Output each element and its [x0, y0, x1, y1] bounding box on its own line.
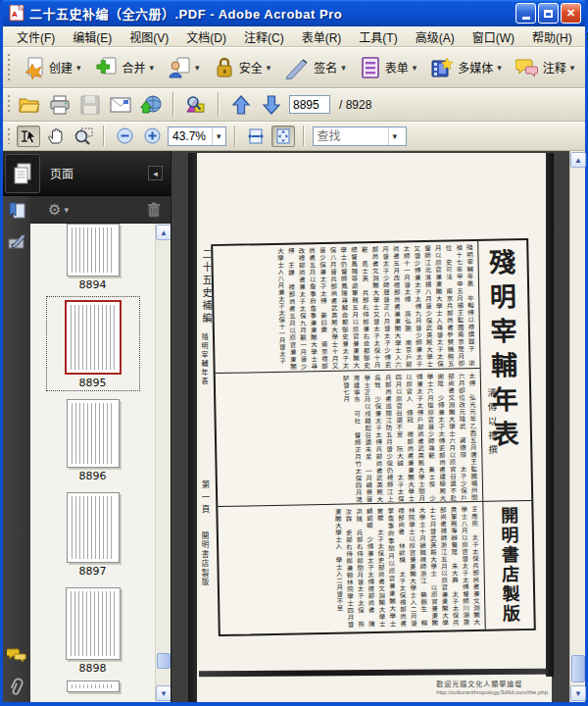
thumbnail-label: 8896	[79, 470, 107, 482]
thumbnail-label: 8898	[79, 662, 107, 675]
hand-tool-button[interactable]	[44, 126, 68, 147]
menu-window[interactable]: 窗口(W)	[465, 26, 522, 47]
select-tool-icon	[20, 127, 37, 145]
watermark-line1: 歡迎光臨文化人類學論壇	[436, 681, 548, 689]
zoom-level-input[interactable]	[169, 128, 212, 144]
select-tool-button[interactable]	[17, 126, 40, 147]
publisher-column: 開明書店製版	[482, 500, 534, 630]
create-caret-icon: ▾	[76, 63, 81, 73]
pages-panel-title: 页面	[50, 165, 148, 181]
comments-tab[interactable]	[7, 647, 26, 663]
close-button[interactable]: ✕	[561, 3, 581, 24]
menu-advanced[interactable]: 高级(A)	[408, 26, 463, 47]
menu-tools[interactable]: 工具(T)	[351, 26, 405, 47]
secure-button[interactable]: 安全 ▾	[209, 53, 276, 82]
sign-caret-icon: ▾	[341, 63, 346, 73]
thumbnail-options-row: ⚙ ▾	[30, 196, 171, 224]
marquee-zoom-button[interactable]	[72, 126, 95, 147]
toolbar-grip[interactable]	[7, 53, 12, 81]
open-folder-icon	[19, 96, 40, 114]
save-icon	[80, 95, 100, 115]
menu-comments[interactable]: 注释(C)	[236, 26, 292, 47]
acrobat-app-icon: A	[9, 5, 25, 22]
bookmarks-tab[interactable]	[8, 202, 25, 220]
find-caret-icon[interactable]: ▾	[388, 127, 402, 145]
thumbnail-image	[67, 492, 120, 563]
thumbnail-8896[interactable]: 8896	[67, 399, 120, 482]
table-band-3: 王應熊 太子太保兵部尚書兼文淵閣大學士八月以原官晉太子太傅督師川湖雲貴軍務專辦蜀…	[221, 506, 480, 630]
navigation-panel: 页面 ◂	[3, 151, 172, 702]
save-button[interactable]	[77, 92, 103, 118]
thumbnail-8895[interactable]: 8895	[46, 296, 140, 391]
next-page-button[interactable]	[259, 92, 284, 118]
sign-button[interactable]: 签名 ▾	[279, 53, 351, 82]
signatures-tab[interactable]	[7, 233, 26, 249]
scroll-down-button[interactable]: ▼	[156, 685, 171, 701]
fit-page-button[interactable]	[271, 126, 295, 147]
open-button[interactable]	[17, 92, 42, 118]
multimedia-button[interactable]: 多媒体 ▾	[425, 53, 507, 82]
scroll-thumb[interactable]	[571, 655, 585, 682]
combine-button[interactable]: 合并 ▾	[90, 53, 160, 82]
previous-page-button[interactable]	[228, 92, 254, 118]
scroll-thumb[interactable]	[157, 653, 171, 669]
zoom-out-button[interactable]	[113, 126, 136, 147]
email-button[interactable]	[108, 92, 133, 118]
thumbnail-partial[interactable]	[67, 681, 120, 692]
toolbar-grip[interactable]	[7, 94, 12, 115]
menu-view[interactable]: 视图(V)	[122, 26, 176, 47]
document-page: 二十五史補編 殘明宰輔年表 第一頁 開明書店製版 殘明宰輔年表 夲輯傅以禮譔跋子…	[195, 153, 552, 702]
fit-width-button[interactable]	[244, 126, 268, 147]
navigation-tab-strip	[3, 196, 30, 702]
attachments-tab[interactable]	[8, 677, 25, 696]
zoom-caret-icon[interactable]: ▾	[212, 127, 225, 145]
find-input[interactable]	[314, 128, 388, 144]
collaborate-button[interactable]: ▾	[163, 53, 205, 82]
menu-document[interactable]: 文档(D)	[178, 26, 234, 47]
menu-help[interactable]: 帮助(H)	[524, 26, 580, 47]
page-number-input[interactable]	[289, 95, 330, 114]
thumbnail-image-selected	[65, 300, 122, 375]
advanced-search-icon	[185, 94, 207, 116]
thumbnail-8894[interactable]: 8894	[67, 224, 120, 291]
create-pdf-icon	[22, 56, 45, 79]
print-button[interactable]	[47, 92, 73, 118]
options-caret-icon: ▾	[64, 205, 69, 215]
menu-file[interactable]: 文件(F)	[9, 26, 63, 47]
menu-forms[interactable]: 表单(R)	[294, 26, 350, 47]
view-toolbar: ▾ ▾	[3, 122, 585, 151]
print-icon	[49, 95, 71, 115]
delete-pages-button[interactable]	[147, 202, 161, 218]
menu-edit[interactable]: 编辑(E)	[65, 26, 120, 47]
marquee-zoom-icon	[74, 127, 93, 145]
thumbnail-scrollbar[interactable]: ▲ ▼	[155, 224, 171, 702]
thumbnail-8897[interactable]: 8897	[67, 492, 120, 578]
options-menu-button[interactable]: ⚙ ▾	[48, 201, 69, 219]
comments-panel-icon	[7, 647, 26, 663]
document-scrollbar[interactable]: ▲ ▼	[569, 151, 585, 702]
zoom-in-button[interactable]	[140, 126, 164, 147]
search-button[interactable]	[183, 92, 209, 118]
forms-button[interactable]: 表单 ▾	[355, 53, 422, 82]
toolbar-close-icon[interactable]: ✕	[582, 30, 588, 43]
minimize-button[interactable]	[515, 3, 536, 24]
toolbar-grip[interactable]	[7, 127, 12, 144]
create-pdf-button[interactable]: 创建 ▾	[17, 53, 86, 82]
toolbar-divider	[218, 92, 220, 117]
maximize-button[interactable]	[538, 3, 559, 24]
collaborate-caret-icon: ▾	[195, 63, 200, 73]
upload-document-button[interactable]	[138, 92, 164, 118]
collapse-panel-button[interactable]: ◂	[148, 166, 163, 180]
thumbnail-8898[interactable]: 8898	[66, 587, 121, 675]
document-pane[interactable]: 二十五史補編 殘明宰輔年表 第一頁 開明書店製版 殘明宰輔年表 夲輯傅以禮譔跋子…	[172, 151, 585, 702]
collaborate-icon	[168, 56, 191, 79]
thumbnail-list: 8894 8895 8896	[30, 224, 171, 702]
scroll-up-button[interactable]: ▲	[156, 225, 171, 240]
fit-page-icon	[274, 127, 292, 145]
titlebar: A 二十五史补编（全六册）.PDF - Adobe Acrobat Pro ✕	[3, 0, 585, 26]
scroll-down-button[interactable]: ▼	[570, 685, 586, 701]
scroll-up-button[interactable]: ▲	[570, 152, 586, 168]
zoom-level-box: ▾	[168, 126, 226, 146]
pages-tab[interactable]	[5, 154, 40, 193]
comment-button[interactable]: 注释 ▾	[511, 53, 580, 82]
